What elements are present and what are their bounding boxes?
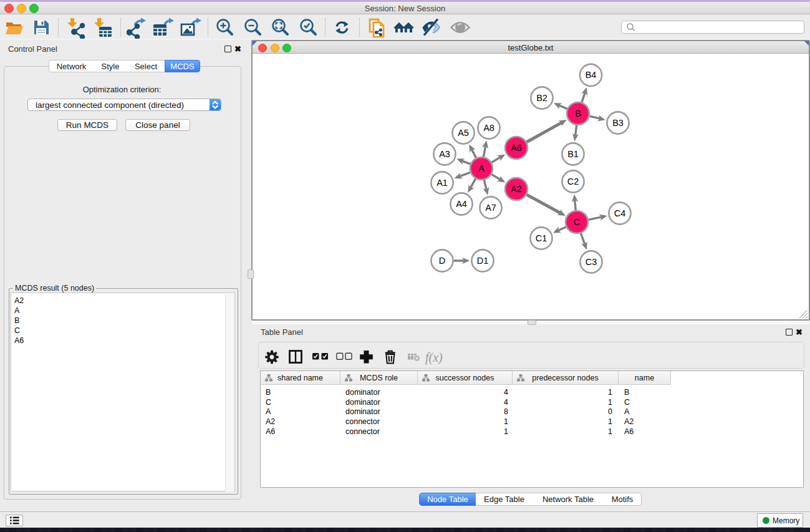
svg-text:A7: A7 — [485, 203, 496, 213]
svg-text:D: D — [439, 256, 445, 266]
svg-text:A: A — [478, 163, 485, 173]
svg-text:C1: C1 — [536, 233, 547, 243]
svg-text:A3: A3 — [439, 149, 450, 159]
svg-text:C: C — [574, 217, 580, 227]
svg-text:A2: A2 — [511, 184, 522, 194]
svg-text:A5: A5 — [458, 128, 469, 138]
svg-text:A8: A8 — [483, 123, 494, 133]
svg-text:B4: B4 — [586, 70, 597, 80]
svg-text:A1: A1 — [436, 178, 448, 188]
svg-text:f(x): f(x) — [425, 351, 443, 365]
svg-text:B1: B1 — [567, 149, 579, 159]
svg-text:C4: C4 — [614, 208, 626, 218]
svg-text:A4: A4 — [456, 199, 467, 209]
svg-text:C2: C2 — [567, 177, 579, 186]
svg-text:B: B — [575, 109, 581, 118]
svg-text:B2: B2 — [536, 93, 547, 103]
svg-text:A6: A6 — [511, 143, 522, 153]
svg-text:B3: B3 — [612, 118, 624, 128]
svg-text:C3: C3 — [586, 257, 597, 267]
svg-text:D1: D1 — [477, 256, 489, 266]
